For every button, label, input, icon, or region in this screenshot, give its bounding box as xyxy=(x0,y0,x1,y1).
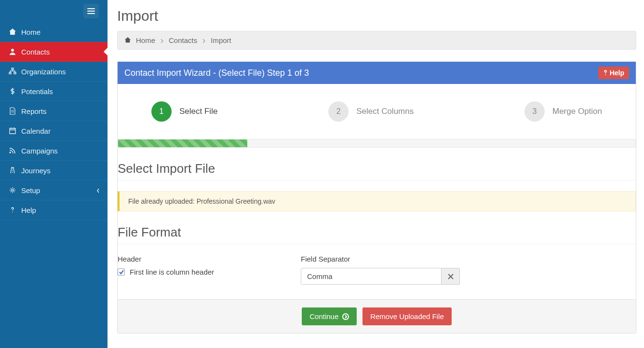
help-button-label: Help xyxy=(610,69,624,77)
step-merge-option: 3 Merge Option xyxy=(524,101,602,122)
dollar-icon xyxy=(7,87,18,95)
field-separator-select[interactable]: Comma xyxy=(301,268,442,285)
file-format-row: Header First line is column header Field… xyxy=(118,255,636,285)
step-select-columns: 2 Select Columns xyxy=(328,101,414,122)
sidebar-top xyxy=(0,0,107,22)
checkbox-label: First line is column header xyxy=(130,268,214,276)
question-icon xyxy=(7,206,18,214)
step-label: Merge Option xyxy=(552,107,602,116)
continue-button[interactable]: Continue xyxy=(302,307,357,325)
breadcrumb-home[interactable]: Home xyxy=(136,36,155,44)
step-number: 1 xyxy=(151,101,172,122)
sidebar-item-label: Campaigns xyxy=(21,147,58,155)
progress-bar-fill xyxy=(118,139,247,147)
continue-label: Continue xyxy=(309,312,338,320)
svg-point-1 xyxy=(343,314,349,320)
wizard-panel: Contact Import Wizard - (Select File) St… xyxy=(117,61,636,334)
first-line-header-checkbox-row[interactable]: First line is column header xyxy=(118,268,282,276)
header-column: Header First line is column header xyxy=(118,255,282,285)
sidebar-item-campaigns[interactable]: Campaigns xyxy=(0,141,107,161)
sidebar-item-home[interactable]: Home xyxy=(0,22,107,42)
first-line-header-checkbox[interactable] xyxy=(118,268,125,276)
separator-label: Field Separator xyxy=(301,255,465,263)
main-content: Import Home Contacts Import Contact Impo… xyxy=(107,0,644,348)
sidebar-item-help[interactable]: Help xyxy=(0,200,107,220)
breadcrumb-current: Import xyxy=(211,36,231,44)
uploaded-file-alert: File already uploaded: Professional Gree… xyxy=(118,191,636,211)
home-icon xyxy=(7,28,18,36)
progress-bar-track xyxy=(118,139,636,148)
step-number: 2 xyxy=(328,101,349,122)
sidebar-item-label: Potentials xyxy=(21,87,53,96)
sidebar-item-label: Contacts xyxy=(21,48,50,56)
help-button[interactable]: Help xyxy=(598,67,629,79)
sidebar-item-journeys[interactable]: Journeys xyxy=(0,161,107,181)
step-number: 3 xyxy=(524,101,545,122)
home-icon xyxy=(124,36,131,44)
calendar-icon xyxy=(7,127,18,135)
user-icon xyxy=(7,48,18,56)
chevron-right-icon xyxy=(160,36,164,44)
sitemap-icon xyxy=(7,68,18,75)
clear-separator-button[interactable] xyxy=(442,268,460,285)
rss-icon xyxy=(7,147,18,154)
breadcrumb-contacts[interactable]: Contacts xyxy=(169,36,197,44)
sidebar-item-label: Home xyxy=(21,28,40,36)
remove-uploaded-file-button[interactable]: Remove Uploaded File xyxy=(362,307,452,325)
header-label: Header xyxy=(118,255,282,263)
sidebar-nav: Home Contacts Organizations Potentials R… xyxy=(0,22,107,220)
wizard-steps: 1 Select File 2 Select Columns 3 Merge O… xyxy=(118,101,636,139)
sidebar-item-calendar[interactable]: Calendar xyxy=(0,121,107,141)
sidebar-item-reports[interactable]: Reports xyxy=(0,101,107,121)
sidebar-item-label: Calendar xyxy=(21,127,51,135)
sidebar-item-setup[interactable]: Setup xyxy=(0,181,107,200)
road-icon xyxy=(7,167,18,174)
panel-body: 1 Select File 2 Select Columns 3 Merge O… xyxy=(118,84,636,333)
chevron-right-icon xyxy=(202,36,206,44)
sidebar-item-potentials[interactable]: Potentials xyxy=(0,82,107,101)
file-format-title: File Format xyxy=(118,225,636,244)
alert-text: File already uploaded: Professional Gree… xyxy=(128,197,275,205)
select-file-title: Select Import File xyxy=(118,161,636,181)
remove-label: Remove Uploaded File xyxy=(370,312,444,320)
step-label: Select File xyxy=(179,107,217,116)
sidebar-item-label: Organizations xyxy=(21,68,66,76)
sidebar-item-organizations[interactable]: Organizations xyxy=(0,62,107,82)
step-select-file: 1 Select File xyxy=(151,101,217,122)
panel-title: Contact Import Wizard - (Select File) St… xyxy=(124,68,309,78)
step-label: Select Columns xyxy=(356,107,414,116)
wizard-footer: Continue Remove Uploaded File xyxy=(118,299,636,333)
panel-header: Contact Import Wizard - (Select File) St… xyxy=(118,62,636,84)
sidebar-item-label: Setup xyxy=(21,186,40,195)
separator-column: Field Separator Comma xyxy=(301,255,465,285)
sidebar: Home Contacts Organizations Potentials R… xyxy=(0,0,107,348)
breadcrumb: Home Contacts Import xyxy=(117,31,636,50)
svg-point-0 xyxy=(12,189,13,191)
cogs-icon xyxy=(7,186,18,194)
page-title: Import xyxy=(117,0,636,31)
sidebar-item-contacts[interactable]: Contacts xyxy=(0,42,107,62)
sidebar-item-label: Help xyxy=(21,206,36,214)
sidebar-item-label: Reports xyxy=(21,107,47,115)
sidebar-item-label: Journeys xyxy=(21,167,51,175)
chevron-left-icon xyxy=(96,186,101,195)
separator-select-wrap: Comma xyxy=(301,268,460,285)
hamburger-button[interactable] xyxy=(83,4,99,18)
file-icon xyxy=(7,107,18,115)
